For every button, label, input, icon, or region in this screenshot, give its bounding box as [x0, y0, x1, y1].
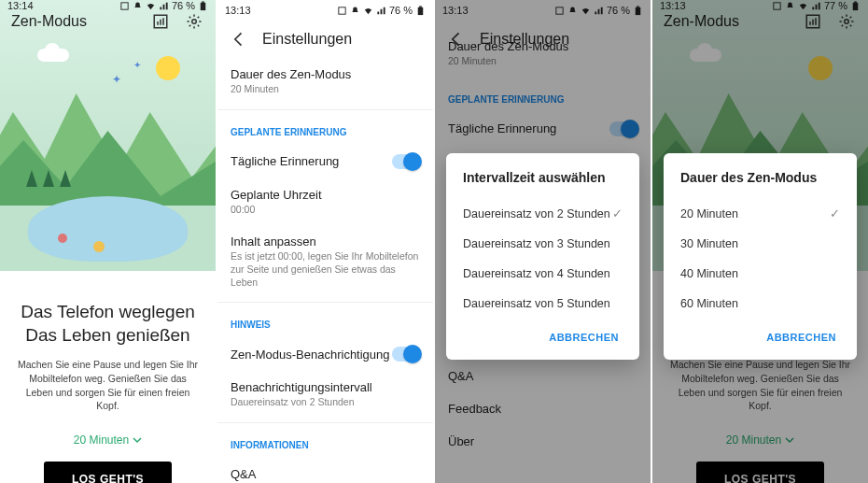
section-header: INFORMATIONEN: [231, 440, 420, 450]
setting-zen-notification[interactable]: Zen-Modus-Benachrichtigung: [231, 337, 420, 371]
title-bar: Zen-Modus: [0, 11, 216, 32]
battery-text: 76 %: [172, 0, 195, 11]
option-label: 40 Minuten: [680, 267, 738, 280]
signal-icon: [159, 1, 169, 11]
interval-dialog: Intervallzeit auswählen Dauereinsatz von…: [446, 153, 639, 360]
status-bar: 13:14 76 %: [0, 0, 216, 11]
signal-icon: [376, 6, 386, 16]
dialog-option[interactable]: 60 Minuten: [680, 289, 840, 319]
person-icon: [58, 234, 67, 243]
dialog-option[interactable]: Dauereinsatz von 5 Stunden: [463, 289, 623, 319]
dialog-title: Intervallzeit auswählen: [463, 170, 623, 185]
svg-rect-8: [339, 7, 345, 13]
dialog-option[interactable]: 20 Minuten ✓: [680, 198, 840, 229]
check-icon: ✓: [612, 206, 623, 220]
option-label: Dauereinsatz von 5 Stunden: [463, 297, 610, 310]
status-bar: 13:13 76 %: [217, 0, 433, 21]
option-label: 30 Minuten: [680, 237, 738, 250]
svg-rect-4: [157, 21, 159, 25]
stats-icon[interactable]: [150, 11, 171, 32]
wifi-icon: [363, 6, 373, 16]
dialog-title: Dauer des Zen-Modus: [680, 170, 840, 185]
divider: [217, 302, 433, 303]
battery-text: 76 %: [389, 5, 413, 16]
person-icon: [93, 241, 105, 252]
option-label: 60 Minuten: [680, 297, 738, 310]
setting-value: Dauereinsatz von 2 Stunden: [231, 396, 420, 409]
setting-value: Es ist jetzt 00:00, legen Sie Ihr Mobilt…: [231, 250, 420, 289]
option-label: 20 Minuten: [680, 207, 738, 220]
dialog-option[interactable]: 30 Minuten: [680, 229, 840, 259]
dialog-option[interactable]: Dauereinsatz von 3 Stunden: [463, 229, 623, 259]
headline-subtitle: Machen Sie eine Pause und legen Sie Ihr …: [17, 358, 199, 413]
hero-illustration: ✦ ✦: [0, 0, 216, 271]
headline-line: Das Telefon weglegen: [17, 301, 199, 324]
page-title: Zen-Modus: [11, 13, 137, 30]
dialog-option[interactable]: 40 Minuten: [680, 259, 840, 289]
dialog-option[interactable]: Dauereinsatz von 4 Stunden: [463, 259, 623, 289]
option-label: Dauereinsatz von 4 Stunden: [463, 267, 610, 280]
bell-icon: [350, 6, 360, 16]
page-title: Einstellungen: [262, 31, 422, 48]
svg-point-7: [192, 20, 197, 24]
trees-icon: [26, 170, 71, 187]
toggle-switch[interactable]: [392, 154, 420, 169]
duration-text: 20 Minuten: [74, 433, 129, 447]
svg-rect-0: [121, 2, 128, 8]
setting-label: Inhalt anpassen: [231, 234, 420, 249]
setting-notification-interval[interactable]: Benachrichtigungsintervall Dauereinsatz …: [231, 371, 420, 419]
divider: [217, 422, 433, 423]
wifi-icon: [146, 1, 156, 11]
setting-label: Benachrichtigungsintervall: [231, 380, 420, 394]
option-label: Dauereinsatz von 3 Stunden: [463, 237, 610, 250]
screen-duration-dialog: 13:13 77 % Zen-Modus Das Telefon weglege…: [652, 0, 868, 483]
setting-planned-time[interactable]: Geplante Uhrzeit 00:00: [231, 178, 420, 226]
setting-duration[interactable]: Dauer des Zen-Modus 20 Minuten: [231, 58, 420, 106]
screen-interval-dialog: 13:13 76 % Einstellungen Dauer des Zen-M…: [435, 0, 651, 483]
option-label: Dauereinsatz von 2 Stunden: [463, 207, 610, 220]
battery-icon: [198, 1, 208, 11]
setting-daily-reminder[interactable]: Tägliche Erinnerung: [231, 145, 420, 178]
duration-dialog: Dauer des Zen-Modus 20 Minuten ✓ 30 Minu…: [664, 153, 857, 360]
title-bar: Einstellungen: [217, 21, 433, 58]
svg-rect-2: [202, 1, 204, 2]
clock-text: 13:14: [7, 0, 34, 11]
cancel-button[interactable]: ABBRECHEN: [545, 324, 623, 350]
svg-rect-9: [418, 7, 424, 14]
setting-content-adjust[interactable]: Inhalt anpassen Es ist jetzt 00:00, lege…: [231, 225, 420, 298]
divider: [217, 109, 433, 110]
svg-rect-5: [160, 20, 161, 25]
screen-settings: 13:13 76 % Einstellungen Dauer des Zen-M…: [217, 0, 433, 483]
check-icon: ✓: [830, 206, 840, 220]
battery-icon: [415, 6, 426, 16]
setting-value: 20 Minuten: [231, 83, 420, 96]
setting-label: Dauer des Zen-Modus: [231, 67, 420, 81]
headline-line: Das Leben genießen: [17, 324, 199, 348]
section-header: GEPLANTE ERINNERUNG: [231, 127, 420, 137]
setting-label: Zen-Modus-Benachrichtigung: [231, 348, 390, 362]
lake-icon: [28, 196, 188, 262]
back-icon[interactable]: [229, 29, 249, 50]
start-button[interactable]: LOS GEHT'S: [44, 462, 172, 483]
bell-icon: [133, 1, 143, 11]
setting-label: Geplante Uhrzeit: [231, 188, 420, 202]
setting-value: 00:00: [231, 204, 420, 217]
setting-label: Tägliche Erinnerung: [231, 154, 339, 168]
dialog-option[interactable]: Dauereinsatz von 2 Stunden ✓: [463, 198, 623, 229]
nfc-icon: [337, 6, 347, 16]
toggle-switch[interactable]: [392, 347, 420, 362]
clock-text: 13:13: [225, 5, 251, 16]
screen-zen-home: ✦ ✦ 13:14 76 %: [0, 0, 216, 483]
section-header: HINWEIS: [231, 320, 420, 330]
nfc-icon: [119, 1, 130, 11]
svg-rect-10: [419, 6, 422, 7]
headline: Das Telefon weglegen Das Leben genießen: [17, 301, 199, 347]
cancel-button[interactable]: ABBRECHEN: [763, 324, 840, 350]
svg-rect-1: [201, 2, 206, 9]
setting-qa[interactable]: Q&A: [231, 458, 420, 483]
svg-rect-6: [162, 18, 164, 25]
setting-label: Q&A: [231, 467, 420, 481]
duration-selector[interactable]: 20 Minuten: [74, 433, 142, 447]
gear-icon[interactable]: [184, 11, 204, 32]
chevron-down-icon: [133, 435, 142, 445]
